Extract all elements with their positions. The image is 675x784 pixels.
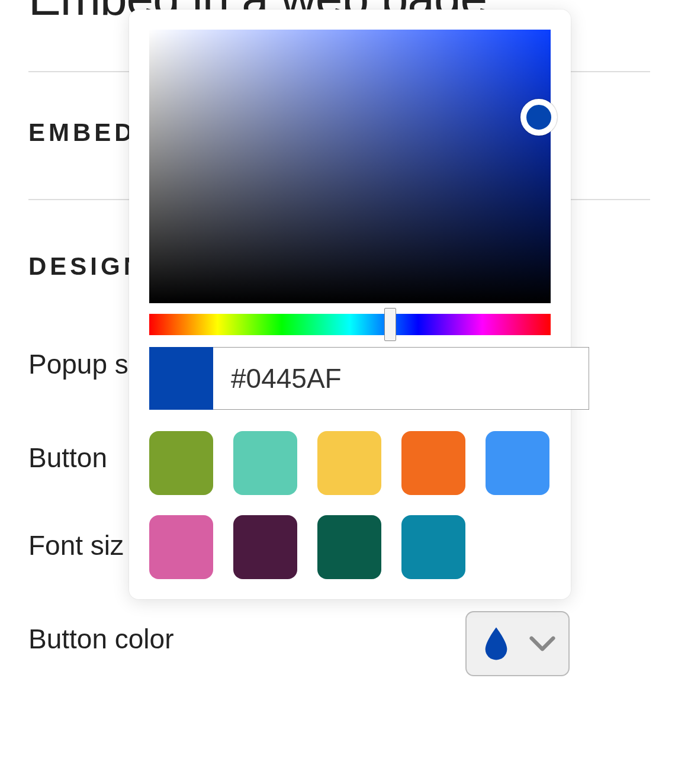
preset-swatch[interactable]: [233, 515, 297, 579]
current-color-swatch: [149, 347, 213, 410]
preset-swatch[interactable]: [401, 515, 465, 579]
preset-swatch[interactable]: [317, 431, 381, 495]
preset-swatch[interactable]: [149, 431, 213, 495]
section-heading-design: DESIGN: [28, 252, 145, 281]
button-color-dropdown[interactable]: [465, 611, 570, 676]
preset-swatch[interactable]: [233, 431, 297, 495]
section-heading-embed: EMBED: [28, 118, 136, 147]
preset-swatch[interactable]: [401, 431, 465, 495]
field-label-font-size: Font siz: [28, 529, 124, 561]
sv-cursor[interactable]: [520, 99, 557, 136]
field-label-popup-style: Popup s: [28, 348, 128, 380]
saturation-value-area[interactable]: [149, 30, 551, 303]
preset-swatch[interactable]: [149, 515, 213, 579]
hue-thumb[interactable]: [384, 308, 396, 341]
preset-swatch[interactable]: [317, 515, 381, 579]
preset-swatch[interactable]: [486, 431, 549, 495]
drop-icon: [483, 627, 509, 660]
chevron-down-icon: [529, 635, 555, 652]
hex-input[interactable]: [213, 347, 589, 410]
preset-swatch-grid: [149, 431, 551, 579]
color-picker-popover: [129, 9, 571, 599]
field-label-button-text: Button: [28, 442, 107, 474]
sv-black-overlay: [149, 30, 551, 303]
hue-slider[interactable]: [149, 314, 551, 335]
field-label-button-color: Button color: [28, 623, 173, 655]
